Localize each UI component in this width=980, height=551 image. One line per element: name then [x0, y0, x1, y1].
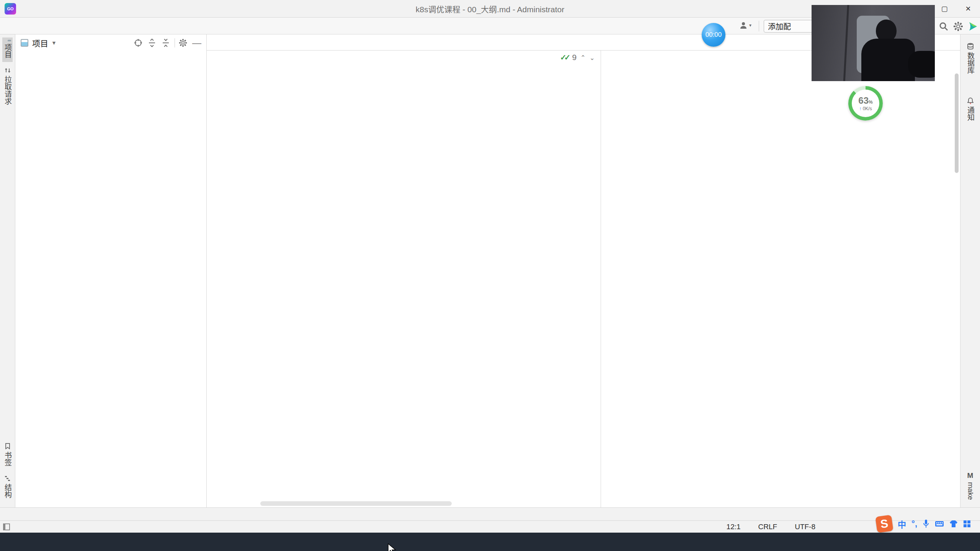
tool-tab-bookmarks[interactable]: 书签 [2, 439, 13, 470]
settings-icon[interactable] [177, 37, 189, 49]
divider [759, 21, 759, 31]
checks-icon: ✓✓ [560, 53, 568, 62]
mouse-cursor [387, 543, 397, 551]
bell-icon [967, 98, 973, 104]
user-icon[interactable]: ▾ [739, 21, 751, 30]
project-panel-header: 项目 ▼ — [15, 34, 206, 51]
tool-window-bar [0, 507, 980, 520]
structure-icon [5, 475, 11, 481]
project-tree [15, 51, 206, 507]
preview-scrollbar[interactable] [955, 73, 959, 173]
main-area: 项目 拉取请求 书签 结构 [0, 34, 980, 507]
prev-problem-icon[interactable]: ⌃ [580, 54, 585, 61]
skin-icon[interactable] [949, 520, 958, 528]
tool-tab-make[interactable]: M make [966, 468, 975, 504]
maximize-button[interactable]: ▢ [933, 0, 956, 18]
windows-taskbar [0, 533, 980, 551]
bookmark-icon [5, 443, 10, 449]
status-bar: 12:1 CRLF UTF-8 S 中 °, [0, 520, 980, 533]
ide-window: GO k8s调优课程 - 00_大纲.md - Administrator — … [0, 0, 980, 551]
caret-position[interactable]: 12:1 [727, 523, 741, 531]
gear-icon[interactable] [953, 21, 963, 31]
inspection-widget[interactable]: ✓✓ 9 ⌃ ⌃ [560, 53, 595, 62]
close-button[interactable]: ✕ [956, 0, 980, 18]
goland-logo-icon: GO [5, 3, 16, 15]
tool-tab-pull-requests[interactable]: 拉取请求 [2, 64, 13, 109]
sogou-input-toolbar: S 中 °, [876, 516, 971, 532]
chinese-mode-icon[interactable]: 中 [898, 518, 906, 530]
tool-tab-structure[interactable]: 结构 [2, 471, 13, 502]
chevron-down-icon: ▼ [51, 40, 57, 46]
speed-gauge-overlay[interactable]: 63% ↑ 0K/s [848, 86, 883, 121]
line-separator[interactable]: CRLF [758, 523, 777, 531]
project-view-icon [21, 39, 28, 47]
tool-tab-project[interactable]: 项目 [2, 37, 13, 62]
recording-timer[interactable]: 00:00 [702, 23, 725, 47]
toolbox-icon[interactable] [963, 520, 971, 528]
next-problem-icon[interactable]: ⌃ [590, 54, 595, 61]
make-icon: M [967, 471, 973, 480]
inspection-count: 9 [572, 53, 577, 62]
project-panel: 项目 ▼ — [15, 34, 207, 507]
punctuation-icon[interactable]: °, [911, 519, 917, 529]
hide-panel-icon[interactable]: — [191, 37, 203, 49]
project-panel-title[interactable]: 项目 [32, 37, 48, 49]
right-tool-strip: 数据库 通知 M make [960, 34, 980, 507]
database-icon [967, 43, 973, 50]
collapse-all-icon[interactable] [160, 37, 172, 49]
up-arrow-icon: ↑ [859, 106, 861, 111]
window-title: k8s调优课程 - 00_大纲.md - Administrator [416, 3, 565, 15]
search-icon[interactable] [939, 21, 949, 31]
left-tool-strip: 项目 拉取请求 书签 结构 [0, 34, 15, 507]
tool-tab-notifications[interactable]: 通知 [965, 94, 975, 125]
sogou-s-icon[interactable]: S [875, 515, 893, 533]
webcam-overlay [812, 5, 935, 81]
keyboard-icon[interactable] [935, 520, 944, 527]
expand-all-icon[interactable] [146, 37, 158, 49]
tool-tab-database[interactable]: 数据库 [965, 39, 975, 78]
pull-request-icon [5, 67, 11, 73]
editor[interactable]: ✓✓ 9 ⌃ ⌃ [207, 51, 601, 507]
teal-logo-icon[interactable] [968, 21, 978, 31]
toolwindow-toggle-icon[interactable] [3, 523, 10, 530]
horizontal-scrollbar[interactable] [260, 501, 452, 506]
file-encoding[interactable]: UTF-8 [795, 523, 815, 531]
locate-file-icon[interactable] [132, 37, 144, 49]
run-configuration-select[interactable]: 添加配 [764, 20, 813, 33]
editor-column: ✓✓ 9 ⌃ ⌃ [207, 34, 960, 507]
mic-icon[interactable] [923, 519, 929, 528]
markdown-preview [601, 51, 960, 507]
